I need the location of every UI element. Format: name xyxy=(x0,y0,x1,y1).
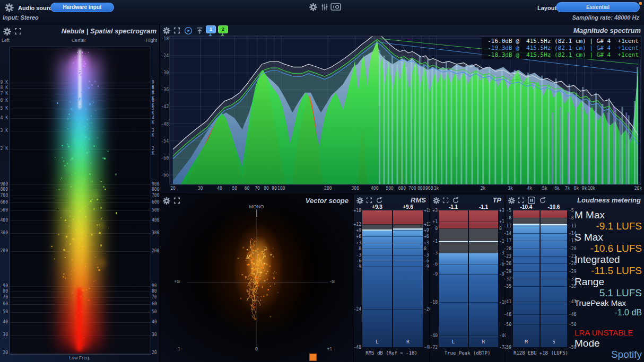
spectrum-db-tick: -54 xyxy=(161,139,169,144)
loudness-stats: M Max-9.1 LUFSS Max-10.6 LUFSIntegrated-… xyxy=(575,209,642,317)
magnitude-spectrum-panel: 1 + 2 + Magnitude spectrum -16.0dB @ 415… xyxy=(160,24,644,193)
nebula-freq-tick: 200 xyxy=(152,249,159,253)
audio-source-gear-icon[interactable] xyxy=(4,3,14,13)
spectrum-freq-tick: 800 xyxy=(417,186,425,191)
tp-meter-panel: TP +3+10-1-3-6-9-18-40-72+3+10-1-3-6-9-1… xyxy=(430,195,504,362)
spectrum-freq-tick: 4k xyxy=(527,186,533,191)
hardware-input-button[interactable]: Hardware input xyxy=(50,3,114,12)
nebula-freq-tick: 70 xyxy=(152,295,157,299)
nebula-fullscreen-icon[interactable] xyxy=(14,28,22,35)
axis-neg-label: -1 xyxy=(176,346,180,351)
mode-value: Spotify xyxy=(575,349,642,360)
nebula-freq-tick: 7 K xyxy=(0,91,8,96)
correlation-indicator xyxy=(309,354,317,361)
channel-label: R xyxy=(393,339,423,345)
nebula-freq-tick: 2 K xyxy=(152,146,159,156)
loudness-stat-label: Integrated xyxy=(575,254,642,265)
spectrum-freq-tick: 5k xyxy=(542,186,547,191)
loudness-fullscreen-icon[interactable] xyxy=(518,197,524,204)
spectrum-freq-tick: 8k xyxy=(574,186,579,191)
input-output-icon[interactable] xyxy=(330,3,341,11)
loudness-stat-value: -9.1 LUFS xyxy=(575,220,642,232)
nebula-freq-tick: 700 xyxy=(0,193,8,198)
spectrum-db-tick: -66 xyxy=(161,173,169,178)
lra-warning: LRA UNSTABLE xyxy=(575,328,633,337)
loudness-stat-label: M Max xyxy=(575,209,642,220)
nebula-freq-tick: 9 K xyxy=(0,80,8,85)
spectrum-readout-row: -16.0dB @ 415.5Hz (82.1 cm) | G# 4 +1cen… xyxy=(484,38,639,45)
spectrum-db-tick: -30 xyxy=(161,70,169,75)
settings-gear-icon[interactable] xyxy=(309,3,318,12)
nebula-freq-tick: 3 K xyxy=(152,128,159,138)
rms-fullscreen-icon[interactable] xyxy=(366,197,372,204)
nebula-freq-tick: 2 K xyxy=(0,146,8,151)
meter-caption: RMS dB (Ref = -18) xyxy=(354,350,429,356)
nebula-freq-tick: 900 xyxy=(0,182,8,187)
meter-value: +9.3 xyxy=(362,204,392,210)
spectrum-db-tick: -18 xyxy=(161,37,169,41)
spectrum-freq-tick: 20 xyxy=(170,186,176,191)
spectrum-readouts: -16.0dB @ 415.5Hz (82.1 cm) | G# 4 +1cen… xyxy=(482,37,641,59)
nebula-freq-tick: 50 xyxy=(0,310,8,314)
spectrum-freq-tick: 70 xyxy=(255,186,260,191)
nebula-freq-tick: 900 xyxy=(152,182,159,187)
nebula-freq-tick: 200 xyxy=(0,249,8,253)
pan-label-center: Center xyxy=(72,38,86,43)
sampling-rate: Sampling rate: 48000 Hz xyxy=(572,14,639,21)
spectrum-freq-tick: 10k xyxy=(588,186,595,191)
loudness-reset-icon[interactable] xyxy=(539,197,546,204)
channel-label: R xyxy=(469,339,498,345)
spectrum-freq-tick: 80 xyxy=(264,186,269,191)
tp-fullscreen-icon[interactable] xyxy=(442,197,449,204)
meter-bar-r: R xyxy=(469,210,498,347)
spectrum-freq-tick: 100 xyxy=(277,186,285,191)
tp-reset-icon[interactable] xyxy=(452,197,459,204)
loudness-stat-label: S Max xyxy=(575,232,642,243)
spectrum-readout-row: -19.3dB @ 415.5Hz (82.1 cm) | G# 4 +1cen… xyxy=(484,45,639,51)
loudness-settings-gear-icon[interactable] xyxy=(508,197,516,205)
nebula-freq-tick: 500 xyxy=(152,208,159,213)
channel-label: S xyxy=(541,339,567,345)
meter-bar-s: S xyxy=(541,210,567,347)
meter-scale-left: +3+10-1-3-6-9-18-40-72 xyxy=(430,210,439,347)
layout-preset-button[interactable]: Essential xyxy=(556,2,640,12)
meter-scale-left: -5-8-11-14-17-20-23-26-29-32-35-41-46-50… xyxy=(506,210,512,347)
nebula-freq-tick: 40 xyxy=(0,320,8,324)
mixer-sliders-icon[interactable] xyxy=(320,3,329,12)
minus-s-label: -S xyxy=(330,279,335,284)
loudness-stat-value: -11.5 LUFS xyxy=(575,265,642,276)
loudness-stat-value: 5.1 LUFS xyxy=(575,287,642,298)
channel-label: L xyxy=(362,339,392,345)
meter-value: -1.1 xyxy=(469,204,498,210)
layout-label: Layout xyxy=(537,5,556,11)
nebula-freq-tick: 30 xyxy=(152,332,157,337)
axis-zero-label: 0 xyxy=(255,346,258,351)
spectrum-freq-tick: 6k xyxy=(554,186,560,191)
nebula-freq-tick: 90 xyxy=(152,284,157,288)
pan-label-right: Right xyxy=(146,38,157,43)
nebula-freq-tick: 30 xyxy=(0,332,8,337)
meter-value: -10.6 xyxy=(541,204,567,210)
nebula-freq-tick: 400 xyxy=(0,218,8,223)
loudness-pause-icon[interactable] xyxy=(527,196,536,205)
spectrum-freq-tick: 30 xyxy=(198,186,203,191)
meter-caption: True Peak (dBTP) xyxy=(430,350,504,356)
nebula-freq-tick: 4 K xyxy=(152,116,159,125)
rms-meter-panel: RMS +18+12+9+6+30-3-6-9-24-48+18+12+9+6+… xyxy=(354,195,429,362)
rms-settings-gear-icon[interactable] xyxy=(356,197,364,205)
spectrum-freq-tick: 400 xyxy=(371,186,378,191)
nebula-freq-tick: 20 xyxy=(0,350,8,355)
scope-trace xyxy=(160,195,353,362)
spectrum-freq-tick: 700 xyxy=(408,186,416,191)
nebula-freq-tick: 60 xyxy=(0,302,8,306)
vector-scope-panel: Vector scope MONO +S -S -1 0 +1 xyxy=(160,195,353,362)
nebula-freq-tick: 400 xyxy=(152,218,159,223)
spectrum-db-tick: -36 xyxy=(161,87,169,92)
nebula-settings-gear-icon[interactable] xyxy=(3,27,12,36)
rms-reset-icon[interactable] xyxy=(376,197,383,204)
nebula-bottom-label: Low Freq. xyxy=(0,355,159,360)
audio-source-label: Audio source xyxy=(18,5,55,11)
tp-settings-gear-icon[interactable] xyxy=(432,197,440,205)
nebula-spectrogram-display[interactable] xyxy=(10,47,151,355)
loudness-stat-value: -1.0 dB xyxy=(575,308,642,317)
